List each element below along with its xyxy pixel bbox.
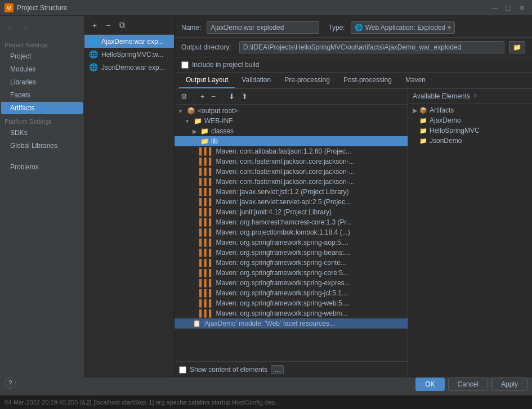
sidebar-item-libraries[interactable]: Libraries [1,76,83,88]
browse-button[interactable]: 📁 [509,41,525,53]
sidebar-item-project[interactable]: Project [1,50,83,62]
tabs-row: Output Layout Validation Pre-processing … [175,73,532,89]
remove-artifact-button[interactable]: − [102,20,114,31]
main-layout: ← → Project Settings Project Modules Lib… [0,16,532,377]
sidebar-item-global-libraries[interactable]: Global Libraries [1,140,83,152]
artifact-item-1[interactable]: 🌐 HelloSpringMVC:w... [84,48,174,61]
available-help-icon[interactable]: ? [473,93,477,100]
include-checkbox[interactable] [181,61,189,69]
add-artifact-button[interactable]: + [89,20,100,31]
tree-item-maven-2[interactable]: ▌▌▌ Maven: com.fasterxml.jackson.core:ja… [175,167,408,177]
sidebar-item-facets[interactable]: Facets [1,89,83,101]
classes-label: classes [211,127,234,135]
window-title: Project Structure [17,4,67,12]
tree-item-lib[interactable]: ▾ 📁 lib [175,136,408,146]
tree-item-maven-15[interactable]: ▌▌▌ Maven: org.springframework:spring-we… [175,298,408,308]
sidebar-item-problems[interactable]: Problems [1,161,83,173]
tree-item-maven-4[interactable]: ▌▌▌ Maven: javax.servlet:jstl:1.2 (Proje… [175,187,408,197]
lib-icon: 📁 [200,137,209,145]
sidebar-item-modules[interactable]: Modules [1,63,83,75]
tree-item-maven-3[interactable]: ▌▌▌ Maven: com.fasterxml.jackson.core:ja… [175,177,408,187]
close-button[interactable]: ✕ [516,2,527,14]
cancel-button[interactable]: Cancel [448,377,488,391]
artifact-item-2[interactable]: 🌐 JsonDemo:war exp... [84,61,174,74]
tree-item-output-root[interactable]: ▾ 📦 <output root> [175,106,408,116]
hello-spring-icon: 📁 [419,127,427,134]
tree-filter-btn[interactable]: ⬆ [239,91,251,102]
forward-button[interactable]: → [19,23,32,34]
avail-item-ajaxdemo[interactable]: 📁 AjaxDemo [408,115,532,125]
type-select[interactable]: 🌐 Web Application: Exploded ▾ [351,21,455,34]
maven-icon-14: ▌▌▌ [199,289,214,297]
tree-item-maven-9[interactable]: ▌▌▌ Maven: org.springframework:spring-ao… [175,237,408,248]
tab-pre-processing[interactable]: Pre-processing [278,73,337,88]
apply-button[interactable]: Apply [491,377,527,391]
maven-label-11: Maven: org.springframework:spring-conte.… [216,259,346,267]
tree-item-facet[interactable]: 📋 'AjaxDemo' module: 'Web' facet resourc… [175,318,408,329]
sidebar-item-artifacts[interactable]: Artifacts [1,102,83,114]
avail-item-artifacts[interactable]: ▶ 📦 Artifacts [408,105,532,115]
classes-icon: 📁 [200,127,209,135]
project-settings-label: Project Settings [0,38,84,50]
output-layout-panel: ⚙ + − ⬇ ⬆ ▾ 📦 <output root> [175,89,532,377]
ok-button[interactable]: OK [415,377,444,391]
tree-item-maven-1[interactable]: ▌▌▌ Maven: com.fasterxml.jackson.core:ja… [175,156,408,167]
maven-icon-5: ▌▌▌ [199,198,214,206]
artifact-item-name-0: AjaxDemo:war exp... [101,38,164,46]
show-content-ellipsis-btn[interactable]: ... [271,365,284,374]
name-input[interactable] [207,21,319,34]
back-button[interactable]: ← [5,23,17,34]
maximize-button[interactable]: □ [503,2,514,14]
minimize-button[interactable]: ─ [489,2,500,14]
status-text: 04-Mar-2022 20:29:40.255 信息 [localhost-s… [5,398,280,407]
tree-item-maven-11[interactable]: ▌▌▌ Maven: org.springframework:spring-co… [175,258,408,268]
tree-item-maven-10[interactable]: ▌▌▌ Maven: org.springframework:spring-be… [175,248,408,258]
maven-label-6: Maven: junit:junit:4.12 (Project Library… [216,208,332,216]
include-label[interactable]: Include in project build [192,61,259,69]
toolbar-sep-1 [194,92,194,101]
tab-post-processing[interactable]: Post-processing [337,73,399,88]
avail-item-jsondemo[interactable]: 📁 JsonDemo [408,136,532,146]
content-area: Name: Type: 🌐 Web Application: Exploded … [175,16,532,377]
help-button[interactable]: ? [5,377,16,389]
ajax-demo-icon: 📁 [419,117,427,124]
tree-item-classes[interactable]: ▶ 📁 classes [175,126,408,136]
artifact-item-0[interactable]: 🌐 AjaxDemo:war exp... [84,35,174,48]
sidebar-item-sdks[interactable]: SDKs [1,127,83,139]
tree-item-maven-7[interactable]: ▌▌▌ Maven: org.hamcrest:hamcrest-core:1.… [175,217,408,227]
maven-label-8: Maven: org.projectlombok:lombok:1.18.4 (… [216,228,350,236]
tree-add-btn[interactable]: + [198,91,208,102]
tab-validation[interactable]: Validation [235,73,278,88]
copy-artifact-button[interactable]: ⧉ [116,19,128,31]
available-header-label: Available Elements [413,92,470,100]
title-bar: U Project Structure ─ □ ✕ [0,0,532,16]
show-content-label[interactable]: Show content of elements [190,366,267,374]
tree-item-maven-14[interactable]: ▌▌▌ Maven: org.springframework:spring-jc… [175,288,408,298]
tree-sort-btn[interactable]: ⬇ [226,91,238,102]
avail-item-hellospringmvc[interactable]: 📁 HelloSpringMVC [408,125,532,136]
tab-maven[interactable]: Maven [399,73,432,88]
tree-item-maven-12[interactable]: ▌▌▌ Maven: org.springframework:spring-co… [175,268,408,278]
chevron-lib: ▾ [193,138,198,145]
tree-item-web-inf[interactable]: ▾ 📁 WEB-INF [175,116,408,126]
artifact-icon-0: 🌐 [89,37,98,46]
show-content-checkbox[interactable] [179,366,186,374]
tab-output-layout[interactable]: Output Layout [179,73,235,88]
tree-item-maven-8[interactable]: ▌▌▌ Maven: org.projectlombok:lombok:1.18… [175,227,408,237]
tree-item-maven-16[interactable]: ▌▌▌ Maven: org.springframework:spring-we… [175,308,408,318]
output-dir-input[interactable] [239,41,504,53]
tree-item-maven-13[interactable]: ▌▌▌ Maven: org.springframework:spring-ex… [175,278,408,288]
maven-icon-0: ▌▌▌ [199,147,214,155]
platform-settings-label: Platform Settings [0,115,84,126]
tree-item-maven-5[interactable]: ▌▌▌ Maven: javax.servlet:servlet-api:2.5… [175,197,408,207]
artifact-item-name-1: HelloSpringMVC:w... [101,51,163,59]
facet-icon: 📋 [193,320,201,327]
tree-item-maven-0[interactable]: ▌▌▌ Maven: com.alibaba:fastjson:1.2.60 (… [175,146,408,156]
tree-item-maven-6[interactable]: ▌▌▌ Maven: junit:junit:4.12 (Project Lib… [175,207,408,217]
output-root-label: <output root> [198,107,238,115]
maven-icon-13: ▌▌▌ [199,279,214,287]
sidebar-nav: ← → [0,20,84,38]
tree-content: ▾ 📦 <output root> ▾ 📁 WEB-INF ▶ [175,105,408,361]
tree-settings-btn[interactable]: ⚙ [178,91,190,102]
tree-remove-btn[interactable]: − [209,91,219,102]
